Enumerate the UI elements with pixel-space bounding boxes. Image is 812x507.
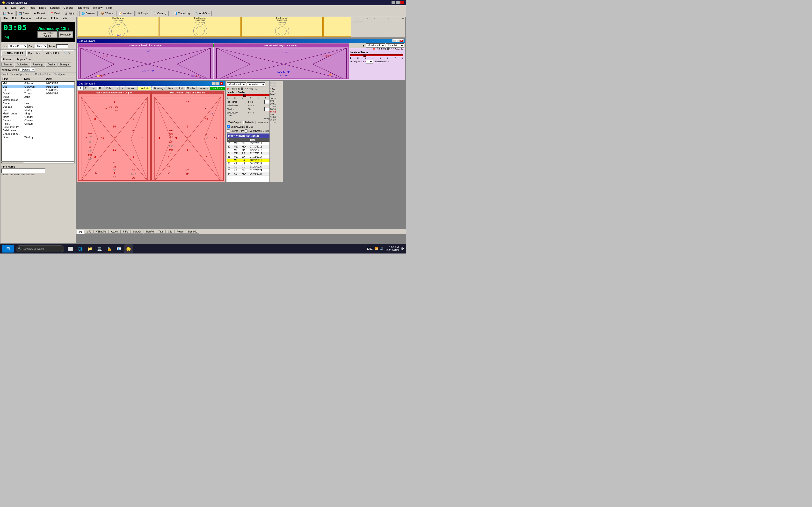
win2-minimize[interactable]: ─ [393,39,396,42]
win2-slider-thumb[interactable] [363,54,366,57]
btab-dashmo[interactable]: DashMo [186,230,199,234]
list-item-das[interactable]: DasGoravani05/18/196 [2,85,74,89]
start-button[interactable]: ⊞ [2,245,14,252]
win3-bd[interactable]: BD [97,87,104,90]
win2-vimshottari[interactable]: Vimshottari [366,44,385,48]
cstore-btn[interactable]: 📦 CStore [99,11,115,16]
open-chart-btn[interactable]: Open Chart [27,50,42,56]
btab-vp2[interactable]: VP2 [85,230,94,234]
window-styles-dropdown[interactable]: Default [20,68,35,72]
horiz-scroll[interactable] [1,162,75,163]
notification-icon[interactable]: 💬 [401,247,404,250]
win3-reads-to-text[interactable]: Reads to Text [167,87,185,90]
menu-settings[interactable]: Settings [48,6,62,10]
revert-btn[interactable]: ↩ Revert [32,11,47,16]
win3-event-dates-input[interactable] [245,129,248,132]
taskbar-icon-3[interactable]: 📁 [86,244,94,253]
win2-dasha-slider[interactable] [350,54,403,56]
minimize-btn[interactable]: ─ [392,1,395,4]
btab-fifc[interactable]: FIFc/ [121,230,131,234]
win3-down2[interactable]: ∨ [120,87,125,90]
win3-360-radio[interactable]: ○ 360 [262,130,269,132]
print-btn[interactable]: 🖨 Print [63,11,76,16]
list-item-bruce[interactable]: BruceLee [2,102,74,105]
list-item-dalai[interactable]: Dalai Lama [2,129,74,132]
win2-from-dropdown[interactable] [366,60,373,63]
scroll-thumb[interactable] [2,162,23,163]
lists-dropdown[interactable]: Demo Ch... [8,44,28,48]
menu-tools[interactable]: Tools [27,6,37,10]
win3-readings[interactable]: Readings [152,87,166,90]
btab-vbhavmd[interactable]: VBhavMd [94,230,108,234]
win3-show-events-chk[interactable]: Show Events [227,125,245,128]
left-menu-points[interactable]: Points [49,16,60,20]
settings-pr-btn[interactable]: Settings/Pr [58,32,73,38]
left-menu-edit[interactable]: Edit [10,16,18,20]
btab-sarvav[interactable]: SarvAV [131,230,143,234]
taskbar-icon-1[interactable]: ⬜ [66,244,75,253]
btab-reads[interactable]: Reads [174,230,186,234]
win3-down1[interactable]: ∨ [114,87,120,90]
tracelog-btn[interactable]: 📊 Trace Log [172,11,192,16]
list-item-steve[interactable]: SteveJobs [2,95,74,99]
save-btn[interactable]: 💾 Save [1,11,15,16]
list-item-mother[interactable]: Mother Teresa [2,99,74,102]
printouts-btn-left[interactable]: Printouts [1,58,14,61]
catg-dropdown[interactable]: Male [35,44,48,48]
menu-edit[interactable]: Edit [9,6,18,10]
left-menu-windows[interactable]: Windows [34,16,49,20]
list-item-barack[interactable]: BarackObama [2,119,74,122]
taskbar-icon-4[interactable]: 💻 [95,244,104,253]
win3-events-only-input[interactable] [227,129,230,132]
win3-info-icon[interactable]: i [152,86,152,90]
win3-controls[interactable]: ─ □ ✕ [212,82,223,85]
win2-asc-label[interactable]: ○ Asc. [393,47,400,50]
win3-tab2[interactable]: 2 [83,86,88,90]
win2-abreviat[interactable]: Abreviat... [386,44,404,48]
list-item-indira[interactable]: IndiraGandhi [2,115,74,119]
edit-birth-btn[interactable]: Edit Birth Data [43,50,62,56]
save2-btn[interactable]: 💾 Save [16,11,31,16]
dasha-tab[interactable]: Dasha [46,62,57,67]
taskbar-icon-jyotish[interactable]: 🌟 [124,244,133,253]
props-btn[interactable]: ⚙ Props [136,11,150,16]
win3-slider-thumb[interactable] [243,94,246,97]
btab-aspect[interactable]: Aspect [109,230,121,234]
win3-events-only-chk[interactable]: Events Only [227,129,244,132]
win3-defaults[interactable]: Defaults [243,121,256,124]
menu-ricks[interactable]: Rick's [37,6,48,10]
list-item-bob[interactable]: BobMarley [2,108,74,112]
maximize-btn[interactable]: □ [396,1,400,4]
win3-tran[interactable]: Tran [89,87,97,90]
taskbar-search[interactable]: 🔍 Type here to search [16,245,64,252]
browser-btn[interactable]: 🌐 Browser [79,11,97,16]
list-item-hillary[interactable]: HillaryClinton [2,122,74,125]
win3-show-events-input[interactable] [227,125,230,128]
list-item-bill[interactable]: BillGates10/28/195 [2,89,74,92]
addons-btn[interactable]: 🔧 Add-Ons [193,11,212,16]
win3-vimshottari[interactable]: Vimshottari [227,82,246,87]
search-btn[interactable]: 🔍 Sea [63,50,74,56]
close-btn[interactable]: ✕ [400,1,404,4]
strength-tab[interactable]: Strength [57,62,71,67]
left-menu-features[interactable]: Features [19,16,33,20]
dest-btn[interactable]: 📍 Dest [48,11,62,16]
notation-btn[interactable]: 📝 Notation [116,11,135,16]
btab-tags[interactable]: Tags [156,230,165,234]
taskbar-icon-6[interactable]: 📧 [114,244,123,253]
win3-minimize[interactable]: ─ [212,82,215,85]
list-item[interactable]: MelGibson01/03/195 [2,81,74,85]
win2-close[interactable]: ✕ [400,39,404,42]
win3-event-dates-chk[interactable]: Event Dates [245,129,261,132]
fame-input[interactable] [56,44,68,48]
win3-pallet[interactable]: Pallet [105,87,114,90]
win3-graphs[interactable]: Graphs [185,87,197,90]
win3-close[interactable]: ✕ [220,82,223,85]
btab-tranrd[interactable]: TranRd [144,230,156,234]
menu-general[interactable]: General [62,6,75,10]
win3-asc-label[interactable]: ○ Asc. [247,88,254,90]
win3-restore[interactable]: Restore [126,87,138,90]
win3-text-output[interactable]: Text Output [227,121,242,124]
win3-karakas[interactable]: Karakas [197,87,209,90]
catalog-btn[interactable]: 📋 Catalog [151,11,169,16]
